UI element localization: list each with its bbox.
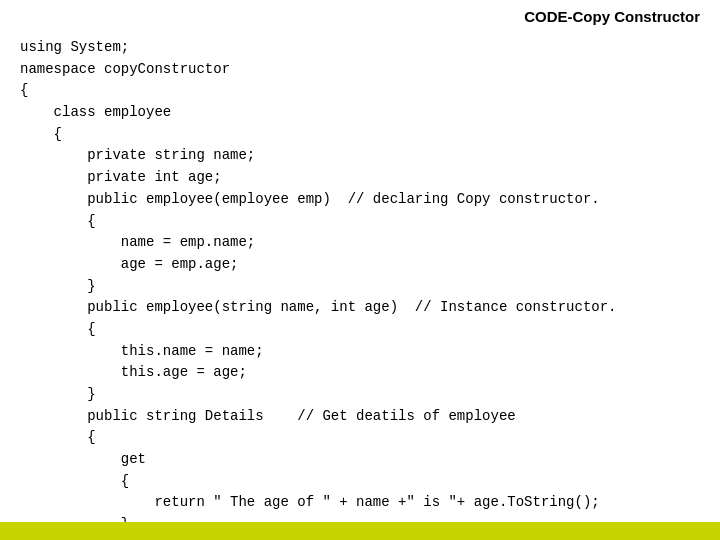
bottom-bar bbox=[0, 522, 720, 540]
code-line: { bbox=[20, 471, 700, 493]
code-line: private int age; bbox=[20, 167, 700, 189]
code-line: this.age = age; bbox=[20, 362, 700, 384]
code-line: { bbox=[20, 427, 700, 449]
code-line: using System; bbox=[20, 37, 700, 59]
code-line: { bbox=[20, 80, 700, 102]
page-container: CODE-Copy Constructor using System;names… bbox=[0, 0, 720, 540]
code-line: age = emp.age; bbox=[20, 254, 700, 276]
code-line: private string name; bbox=[20, 145, 700, 167]
code-line: { bbox=[20, 319, 700, 341]
code-line: namespace copyConstructor bbox=[20, 59, 700, 81]
code-line: public string Details // Get deatils of … bbox=[20, 406, 700, 428]
header-bar: CODE-Copy Constructor bbox=[0, 0, 720, 33]
code-line: get bbox=[20, 449, 700, 471]
header-title: CODE-Copy Constructor bbox=[524, 8, 700, 25]
code-line: { bbox=[20, 124, 700, 146]
code-line: this.name = name; bbox=[20, 341, 700, 363]
code-line: public employee(employee emp) // declari… bbox=[20, 189, 700, 211]
code-line: return " The age of " + name +" is "+ ag… bbox=[20, 492, 700, 514]
code-line: class employee bbox=[20, 102, 700, 124]
code-line: name = emp.name; bbox=[20, 232, 700, 254]
code-area: using System;namespace copyConstructor{ … bbox=[0, 33, 720, 540]
code-line: public employee(string name, int age) //… bbox=[20, 297, 700, 319]
code-line: { bbox=[20, 211, 700, 233]
code-line: } bbox=[20, 384, 700, 406]
code-line: } bbox=[20, 276, 700, 298]
